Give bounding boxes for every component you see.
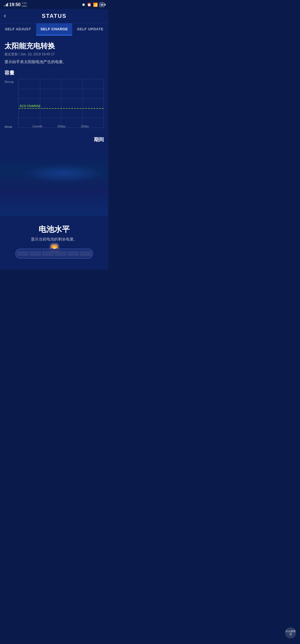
bluetooth-icon: ✱	[82, 3, 85, 7]
solar-content: 太阳能充电转换 最近更新 / Jun. 10, 2019 19:49 17 显示…	[0, 36, 108, 152]
x-label-1month: 1month	[32, 125, 42, 128]
status-bar: 19:50 0.00KB/s ✱ ⏰ 📶 48	[0, 0, 108, 9]
slider-seg-1	[17, 251, 29, 256]
network-speed: 0.00KB/s	[22, 2, 27, 8]
tab-self-adjust[interactable]: SELF ADJUST	[0, 23, 36, 36]
battery-title: 电池水平	[6, 224, 103, 235]
battery-description: 显示当前电池的剩余电量。	[6, 237, 103, 242]
status-time: 19:50	[9, 2, 21, 7]
status-left: 19:50 0.00KB/s	[4, 2, 27, 8]
period-label: 期间	[4, 136, 104, 147]
wave-divider	[0, 152, 108, 216]
eco-charge-label: ECO CHARGE	[20, 104, 41, 108]
chart-x-labels: 1month 20day 10day	[32, 125, 104, 128]
battery-section: 电池水平 显示当前电池的剩余电量。 🌄	[0, 216, 108, 270]
tab-bar: SELF ADJUST SELF CHARGE SELF UPDATE	[0, 23, 108, 36]
chart-y-strong: Strong	[4, 80, 13, 83]
x-label-20day: 20day	[57, 125, 66, 128]
slider-seg-6	[80, 251, 91, 256]
wave-decoration	[7, 160, 101, 194]
solar-description: 显示由手表太阳能电池产生的电量。	[4, 60, 104, 65]
chart-y-weak: Weak	[4, 125, 12, 128]
slider-segments	[16, 249, 92, 258]
solar-title: 太阳能充电转换	[4, 41, 104, 51]
tab-self-update[interactable]: SELF UPDATE	[72, 23, 108, 36]
slider-seg-2	[29, 251, 41, 256]
chart-grid-inner: ECO CHARGE	[18, 79, 104, 128]
slider-seg-3	[42, 251, 54, 256]
x-label-10day: 10day	[81, 125, 89, 128]
tab-self-charge[interactable]: SELF CHARGE	[36, 23, 72, 36]
wifi-icon: 📶	[93, 3, 98, 7]
back-button[interactable]: ‹	[4, 12, 6, 19]
slider-seg-5	[67, 251, 79, 256]
chart-grid: ECO CHARGE 1month 20day 10day	[18, 79, 104, 128]
chart-label: 容量	[4, 70, 104, 76]
header: ‹ STATUS	[0, 9, 108, 23]
page-title: STATUS	[42, 13, 66, 19]
solar-subtitle: 最近更新 / Jun. 10, 2019 19:49 17	[4, 52, 104, 57]
slider-seg-4	[55, 251, 66, 256]
signal-icon	[4, 3, 8, 6]
battery-indicator: 48	[99, 3, 104, 7]
battery-slider-track[interactable]	[15, 249, 93, 259]
solar-chart: Strong Weak ECO CHARGE	[4, 79, 104, 135]
battery-slider-container[interactable]: 🌄	[15, 249, 93, 259]
alarm-icon: ⏰	[87, 3, 91, 7]
status-right: ✱ ⏰ 📶 48	[82, 3, 104, 7]
